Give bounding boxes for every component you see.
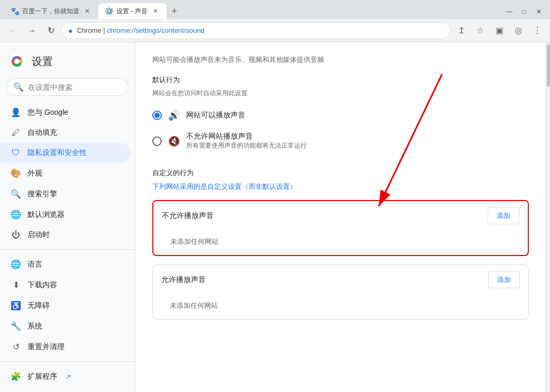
content-area: 网站可能会播放声音来为音乐、视频和其他媒体提供音频 默认行为 网站会在您访问时自…: [135, 42, 546, 392]
menu-button[interactable]: ⋮: [529, 22, 546, 39]
block-permission-empty: 未添加任何网站: [153, 231, 528, 255]
minimize-button[interactable]: —: [502, 6, 516, 17]
new-tab-button[interactable]: +: [167, 3, 182, 19]
language-icon: 🌐: [11, 259, 21, 269]
back-button[interactable]: ←: [4, 22, 21, 39]
sidebar-label-browser: 默认浏览器: [28, 210, 65, 220]
sidebar-label-google: 您与 Google: [28, 108, 68, 117]
tab-settings[interactable]: ⚙️ 设置 - 声音 ✕: [98, 3, 167, 19]
sidebar-item-appearance[interactable]: 🎨 外观: [0, 163, 131, 184]
search-box[interactable]: 🔍: [6, 78, 129, 96]
address-bar[interactable]: ● Chrome | chrome://settings/content/sou…: [61, 22, 451, 39]
extensions-external-icon[interactable]: ↗: [66, 373, 71, 380]
profile-button[interactable]: ◎: [510, 22, 527, 39]
page-description: 网站可能会播放声音来为音乐、视频和其他媒体提供音频: [152, 55, 529, 65]
tab-baidu-title: 百度一下，你就知道: [22, 7, 79, 16]
option-allow[interactable]: 🔊 网站可以播放声音: [152, 104, 529, 126]
sidebar-item-about[interactable]: 关于 Chrome: [0, 387, 131, 392]
sidebar-item-reset[interactable]: ↺ 重置并清理: [0, 336, 131, 357]
sidebar-divider-1: [0, 249, 135, 250]
tab-settings-close[interactable]: ✕: [151, 6, 160, 16]
custom-section: 自定义的行为 下列网站采用的是自定义设置（而非默认设置）: [152, 168, 529, 192]
right-scrollbar-thumb[interactable]: [547, 44, 550, 87]
sidebar-label-download: 下载内容: [28, 280, 57, 290]
toolbar-actions: ↥ ☆ ▣ ◎ ⋮: [453, 22, 546, 39]
tab-baidu[interactable]: 🐾 百度一下，你就知道 ✕: [4, 3, 98, 19]
settings-favicon: ⚙️: [105, 7, 113, 15]
appearance-icon: 🎨: [11, 168, 21, 178]
sidebar-label-system: 系统: [28, 322, 42, 331]
svg-point-2: [14, 59, 20, 64]
custom-link[interactable]: 下列网站采用的是自定义设置（而非默认设置）: [152, 183, 297, 190]
autofill-icon: 🖊: [11, 128, 21, 138]
option-deny[interactable]: 🔇 不允许网站播放声音 所有需要使用声音的功能都将无法正常运行: [152, 126, 529, 156]
sidebar-item-extensions[interactable]: 🧩 扩展程序 ↗: [0, 366, 131, 387]
sidebar-label-accessibility: 无障碍: [28, 301, 50, 311]
block-permission-block: 不允许播放声音 添加 未添加任何网站: [152, 200, 529, 256]
sound-on-icon: 🔊: [168, 110, 180, 121]
google-icon: 👤: [11, 107, 21, 117]
address-text: Chrome | chrome://settings/content/sound: [77, 26, 444, 34]
sidebar-item-accessibility[interactable]: ♿ 无障碍: [0, 295, 131, 316]
close-button[interactable]: ✕: [532, 6, 546, 17]
allow-permission-block: 允许播放声音 添加 未添加任何网站: [152, 265, 529, 320]
chrome-logo: [8, 53, 25, 70]
sidebar-label-autofill: 自动填充: [28, 128, 57, 138]
browser-frame: 🐾 百度一下，你就知道 ✕ ⚙️ 设置 - 声音 ✕ + — □ ✕ ← → ↻…: [0, 0, 550, 392]
address-protocol: Chrome |: [77, 26, 107, 34]
bookmark-button[interactable]: ☆: [472, 22, 489, 39]
sidebar-divider-2: [0, 361, 135, 362]
sidebar-item-search[interactable]: 🔍 搜索引擎: [0, 184, 131, 204]
block-permission-title: 不允许播放声音: [162, 211, 214, 221]
tab-settings-title: 设置 - 声音: [116, 7, 148, 16]
radio-deny-circle[interactable]: [152, 136, 162, 146]
radio-allow-circle[interactable]: [152, 111, 162, 120]
block-add-button[interactable]: 添加: [488, 207, 519, 224]
search-engine-icon: 🔍: [11, 189, 21, 199]
download-icon: ⬇: [11, 280, 21, 290]
search-input[interactable]: [28, 83, 122, 92]
baidu-favicon: 🐾: [11, 7, 19, 15]
sidebar-item-browser[interactable]: 🌐 默认浏览器: [0, 204, 131, 225]
option-allow-label: 网站可以播放声音: [186, 111, 245, 120]
option-deny-label: 不允许网站播放声音: [186, 132, 307, 141]
sidebar-item-google[interactable]: 👤 您与 Google: [0, 102, 131, 123]
main-content: 设置 🔍 👤 您与 Google 🖊 自动填充 🛡 隐私设置和安全性 🎨 外观: [0, 42, 550, 392]
forward-button[interactable]: →: [23, 22, 40, 39]
allow-permission-empty: 未添加任何网站: [153, 295, 528, 319]
sidebar-label-startup: 启动时: [28, 230, 50, 240]
block-permission-header: 不允许播放声音 添加: [153, 201, 528, 231]
theme-button[interactable]: ▣: [491, 22, 508, 39]
default-section-sub: 网站会在您访问时自动采用此设置: [152, 89, 529, 98]
sidebar-item-autofill[interactable]: 🖊 自动填充: [0, 123, 131, 143]
custom-section-label: 自定义的行为: [152, 168, 529, 178]
allow-add-button[interactable]: 添加: [488, 271, 520, 288]
settings-title: 设置: [32, 54, 53, 69]
address-path: chrome://settings/content/sound: [107, 26, 204, 34]
toolbar: ← → ↻ ● Chrome | chrome://settings/conte…: [0, 19, 550, 42]
sidebar-label-reset: 重置并清理: [28, 342, 65, 352]
sidebar-item-startup[interactable]: ⏻ 启动时: [0, 225, 131, 245]
privacy-icon: 🛡: [11, 148, 21, 158]
share-button[interactable]: ↥: [453, 22, 470, 39]
right-scrollbar-track[interactable]: [546, 42, 550, 392]
sidebar-label-appearance: 外观: [28, 169, 42, 178]
extensions-icon: 🧩: [11, 371, 21, 381]
title-bar: 🐾 百度一下，你就知道 ✕ ⚙️ 设置 - 声音 ✕ + — □ ✕: [0, 0, 550, 19]
sidebar-item-download[interactable]: ⬇ 下载内容: [0, 275, 131, 295]
maximize-button[interactable]: □: [517, 6, 531, 17]
refresh-button[interactable]: ↻: [42, 22, 59, 39]
sidebar-header: 设置: [0, 47, 135, 78]
sidebar-item-language[interactable]: 🌐 语言: [0, 254, 131, 275]
tab-baidu-close[interactable]: ✕: [82, 6, 92, 16]
sidebar-label-privacy: 隐私设置和安全性: [28, 148, 87, 158]
option-deny-sublabel: 所有需要使用声音的功能都将无法正常运行: [186, 141, 307, 150]
sidebar-label-extensions: 扩展程序: [28, 372, 57, 381]
search-icon: 🔍: [13, 82, 24, 92]
sound-off-icon: 🔇: [168, 135, 180, 147]
sidebar-item-privacy[interactable]: 🛡 隐私设置和安全性: [0, 143, 131, 163]
system-icon: 🔧: [11, 321, 21, 331]
allow-permission-title: 允许播放声音: [161, 275, 206, 285]
startup-icon: ⏻: [11, 230, 21, 240]
sidebar-item-system[interactable]: 🔧 系统: [0, 316, 131, 336]
